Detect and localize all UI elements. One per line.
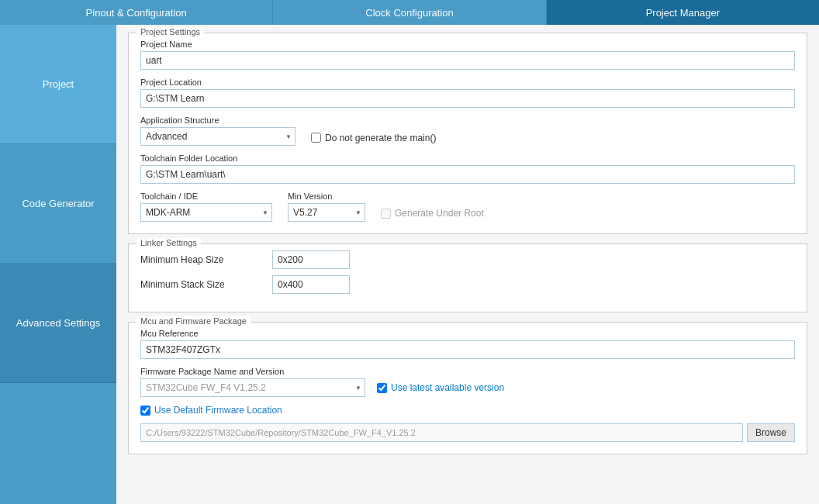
sidebar-item-code-generator[interactable]: Code Generator <box>0 144 116 264</box>
min-stack-label: Minimum Stack Size <box>140 279 264 290</box>
min-version-select[interactable]: V5.27 V5.32 V5.36 <box>288 203 365 222</box>
linker-settings-section: Linker Settings Minimum Heap Size Minimu… <box>128 243 807 312</box>
generate-under-root-checkbox[interactable] <box>381 209 391 219</box>
use-default-firmware-checkbox-label[interactable]: Use Default Firmware Location <box>140 405 795 416</box>
project-settings-section: Project Settings Project Name Project Lo… <box>128 33 807 234</box>
toolchain-select[interactable]: MDK-ARM STM32CubeIDE Makefile <box>140 203 272 222</box>
toolchain-folder-input[interactable] <box>140 165 795 184</box>
sidebar-item-advanced-settings[interactable]: Advanced Settings <box>0 264 116 383</box>
firmware-package-select[interactable]: STM32Cube FW_F4 V1.25.2 <box>140 378 365 397</box>
firmware-select-row: STM32Cube FW_F4 V1.25.2 Use latest avail… <box>140 378 795 397</box>
toolchain-col: Toolchain / IDE MDK-ARM STM32CubeIDE Mak… <box>140 192 272 222</box>
tab-pinout[interactable]: Pinout & Configuration <box>0 0 273 25</box>
project-location-label: Project Location <box>140 78 795 87</box>
firmware-package-label: Firmware Package Name and Version <box>140 367 795 376</box>
min-heap-label: Minimum Heap Size <box>140 254 264 265</box>
app-structure-label: Application Structure <box>140 116 295 125</box>
min-heap-input[interactable] <box>272 250 350 269</box>
firmware-path-row: Browse <box>140 423 795 442</box>
main-container: Project Code Generator Advanced Settings… <box>0 25 819 504</box>
top-nav: Pinout & Configuration Clock Configurati… <box>0 0 819 25</box>
toolchain-ide-row: Toolchain / IDE MDK-ARM STM32CubeIDE Mak… <box>140 192 795 222</box>
toolchain-select-wrapper: MDK-ARM STM32CubeIDE Makefile <box>140 203 272 222</box>
use-default-firmware-checkbox[interactable] <box>140 406 150 416</box>
app-structure-col: Application Structure Advanced Basic <box>140 116 295 146</box>
min-stack-input[interactable] <box>272 275 350 294</box>
project-name-row: Project Name <box>140 40 795 70</box>
tab-clock[interactable]: Clock Configuration <box>273 0 546 25</box>
project-name-label: Project Name <box>140 40 795 49</box>
min-heap-row: Minimum Heap Size <box>140 250 795 269</box>
content-area: Project Settings Project Name Project Lo… <box>116 25 819 504</box>
toolchain-label: Toolchain / IDE <box>140 192 272 201</box>
min-version-col: Min Version V5.27 V5.32 V5.36 <box>288 192 365 222</box>
mcu-reference-label: Mcu Reference <box>140 329 795 338</box>
project-name-input[interactable] <box>140 51 795 70</box>
sidebar: Project Code Generator Advanced Settings <box>0 25 116 504</box>
tab-project-manager[interactable]: Project Manager <box>547 0 819 25</box>
project-location-input[interactable] <box>140 89 795 108</box>
mcu-reference-input[interactable] <box>140 340 795 359</box>
app-structure-select-wrapper: Advanced Basic <box>140 127 295 146</box>
do-not-generate-main-checkbox[interactable] <box>311 133 321 143</box>
firmware-path-input[interactable] <box>140 423 743 442</box>
use-default-firmware-row: Use Default Firmware Location <box>140 405 795 416</box>
min-version-select-wrapper: V5.27 V5.32 V5.36 <box>288 203 365 222</box>
project-settings-title: Project Settings <box>136 27 204 36</box>
firmware-package-row: Firmware Package Name and Version STM32C… <box>140 367 795 397</box>
toolchain-folder-label: Toolchain Folder Location <box>140 154 795 163</box>
mcu-reference-row: Mcu Reference <box>140 329 795 359</box>
min-stack-row: Minimum Stack Size <box>140 275 795 294</box>
app-structure-row: Application Structure Advanced Basic Do … <box>140 116 795 146</box>
mcu-firmware-section: Mcu and Firmware Package Mcu Reference F… <box>128 322 807 454</box>
app-structure-select[interactable]: Advanced Basic <box>140 127 295 146</box>
do-not-generate-main-checkbox-label[interactable]: Do not generate the main() <box>311 133 436 143</box>
linker-settings-title: Linker Settings <box>136 238 201 247</box>
use-latest-checkbox[interactable] <box>377 383 387 393</box>
min-version-label: Min Version <box>288 192 365 201</box>
firmware-package-select-wrapper: STM32Cube FW_F4 V1.25.2 <box>140 378 365 397</box>
toolchain-folder-row: Toolchain Folder Location <box>140 154 795 184</box>
generate-under-root-label[interactable]: Generate Under Root <box>381 208 484 219</box>
browse-button[interactable]: Browse <box>747 423 795 442</box>
sidebar-item-project[interactable]: Project <box>0 25 116 144</box>
use-latest-label[interactable]: Use latest available version <box>377 382 504 393</box>
mcu-firmware-title: Mcu and Firmware Package <box>136 316 251 326</box>
sidebar-spacer <box>0 383 116 504</box>
project-location-row: Project Location <box>140 78 795 108</box>
